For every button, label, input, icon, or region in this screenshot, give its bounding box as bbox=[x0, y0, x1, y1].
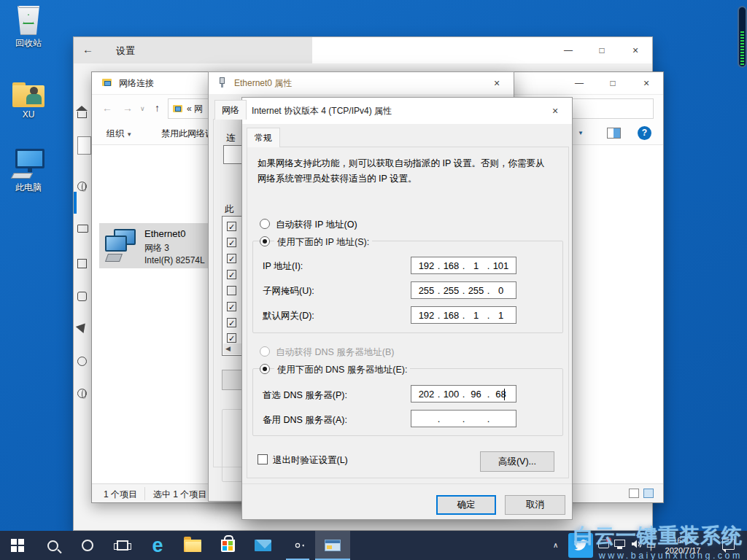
status-selected-count: 选中 1 个项目 bbox=[153, 489, 206, 501]
tcpip-dialog-titlebar: Internet 协议版本 4 (TCP/IPv4) 属性 × bbox=[242, 98, 572, 124]
edge-icon: e bbox=[152, 536, 163, 556]
start-button[interactable] bbox=[0, 531, 35, 560]
nav-vpn-icon[interactable] bbox=[77, 292, 87, 301]
items-list-label-fragment: 此 bbox=[225, 203, 234, 216]
default-gateway-input[interactable]: 192.168.1.1 bbox=[411, 306, 516, 324]
taskbar: e ∧ 中 16:03 202 bbox=[0, 531, 747, 560]
ethernet-dialog-titlebar: Ethernet0 属性 × bbox=[209, 72, 514, 94]
windows-logo-icon bbox=[11, 539, 24, 552]
nav-selected-accent bbox=[74, 192, 77, 214]
taskbar-search-button[interactable] bbox=[35, 531, 70, 560]
nav-dialup-icon[interactable] bbox=[77, 259, 87, 268]
settings-minimize-button[interactable]: — bbox=[551, 37, 585, 63]
desktop-icon-this-pc[interactable]: 此电脑 bbox=[6, 147, 51, 194]
settings-nav-strip bbox=[74, 63, 93, 532]
desktop: 回收站 XU 此电脑 ← 设置 — □ × bbox=[0, 0, 747, 560]
connection-name: Ethernet0 bbox=[144, 228, 185, 239]
nav-up-icon[interactable]: ↑ bbox=[155, 102, 160, 114]
twitter-tray-button[interactable] bbox=[568, 533, 593, 558]
recycle-bin-icon bbox=[16, 6, 41, 35]
control-panel-window-icon bbox=[325, 540, 341, 551]
status-item-count: 1 个项目 bbox=[104, 489, 137, 501]
tab-network[interactable]: 网络 bbox=[214, 100, 247, 120]
mail-icon bbox=[255, 540, 271, 551]
edge-button[interactable]: e bbox=[140, 531, 175, 560]
volume-gauge-indicator bbox=[738, 6, 747, 68]
desktop-icon-label: 回收站 bbox=[6, 37, 51, 50]
file-explorer-button[interactable] bbox=[175, 531, 210, 560]
settings-taskbar-button[interactable] bbox=[280, 531, 315, 560]
nav-forward-icon[interactable]: → bbox=[123, 102, 133, 114]
home-icon[interactable] bbox=[77, 112, 87, 118]
nav-history-caret-icon[interactable]: ∨ bbox=[140, 105, 145, 112]
dialog-description: 如果网络支持此功能，则可以获取自动指派的 IP 设置。否则，你需要从网络系统管理… bbox=[258, 156, 552, 187]
text-caret bbox=[504, 389, 505, 400]
help-button[interactable]: ? bbox=[638, 126, 651, 140]
network-folder-icon bbox=[102, 77, 112, 89]
task-view-icon bbox=[117, 540, 128, 551]
nav-hotspot-icon[interactable] bbox=[77, 357, 87, 366]
organize-menu[interactable]: 组织 ▼ bbox=[107, 128, 132, 140]
radio-manual-dns[interactable] bbox=[260, 364, 270, 374]
back-arrow-icon[interactable]: ← bbox=[82, 43, 98, 55]
ethernet-dialog-close-button[interactable]: × bbox=[480, 72, 514, 94]
tray-message-icon[interactable] bbox=[598, 540, 609, 548]
action-center-icon[interactable] bbox=[722, 539, 735, 550]
tcpip-dialog-close-button[interactable]: × bbox=[538, 98, 572, 124]
nav-airplane-icon[interactable] bbox=[76, 320, 89, 333]
tcpip-dialog-title: Internet 协议版本 4 (TCP/IPv4) 属性 bbox=[252, 105, 392, 117]
network-maximize-button[interactable]: □ bbox=[596, 72, 630, 94]
computer-icon bbox=[11, 147, 46, 179]
preferred-dns-input[interactable]: 202.100.96.68 bbox=[411, 385, 516, 402]
nav-proxy-icon[interactable] bbox=[77, 389, 87, 398]
preview-pane-icon[interactable] bbox=[607, 128, 621, 139]
tray-network-icon[interactable] bbox=[614, 540, 625, 547]
tray-volume-icon[interactable] bbox=[630, 538, 642, 552]
advanced-button[interactable]: 高级(V)... bbox=[480, 451, 554, 472]
settings-maximize-button[interactable]: □ bbox=[585, 37, 619, 63]
mail-button[interactable] bbox=[245, 531, 280, 560]
nav-status-icon[interactable] bbox=[77, 182, 87, 191]
task-view-button[interactable] bbox=[105, 531, 140, 560]
folder-user-icon bbox=[12, 82, 44, 107]
cancel-button[interactable]: 取消 bbox=[505, 495, 565, 515]
settings-titlebar: ← 设置 — □ × bbox=[74, 37, 652, 63]
network-close-button[interactable]: × bbox=[630, 72, 663, 94]
tray-chevron-icon[interactable]: ∧ bbox=[553, 541, 558, 549]
nav-ethernet-icon[interactable] bbox=[77, 225, 88, 233]
ime-indicator[interactable]: 中 bbox=[646, 540, 656, 553]
ethernet-dialog-title: Ethernet0 属性 bbox=[234, 77, 292, 90]
settings-search-box[interactable] bbox=[77, 136, 91, 155]
disable-device-menu[interactable]: 禁用此网络设 bbox=[161, 128, 209, 140]
desktop-icon-recycle-bin[interactable]: 回收站 bbox=[6, 6, 51, 50]
network-window-title: 网络连接 bbox=[119, 77, 154, 90]
desktop-icon-xu-folder[interactable]: XU bbox=[6, 82, 51, 120]
settings-title: 设置 bbox=[116, 44, 135, 58]
nav-back-icon[interactable]: ← bbox=[102, 102, 112, 114]
settings-close-button[interactable]: × bbox=[619, 37, 652, 63]
gear-icon bbox=[290, 537, 306, 553]
address-location-icon bbox=[173, 104, 182, 113]
store-icon bbox=[221, 540, 235, 552]
network-connections-taskbar-button[interactable] bbox=[315, 531, 350, 560]
address-text: « 网 bbox=[187, 103, 203, 115]
notification-dot bbox=[606, 537, 611, 542]
subnet-mask-input[interactable]: 255.255.255.0 bbox=[411, 281, 516, 299]
list-view-toggle-icon[interactable] bbox=[629, 489, 639, 498]
ok-button[interactable]: 确定 bbox=[436, 495, 496, 515]
validate-settings-checkbox[interactable] bbox=[258, 454, 268, 464]
cortana-button[interactable] bbox=[70, 531, 105, 560]
ip-address-input[interactable]: 192.168.1.101 bbox=[411, 257, 516, 274]
view-caret-icon[interactable]: ▼ bbox=[578, 130, 584, 136]
taskbar-clock[interactable]: 16:03 2020/7/17 bbox=[659, 535, 706, 556]
radio-auto-ip[interactable] bbox=[260, 219, 270, 229]
alternate-dns-input[interactable]: ... bbox=[411, 410, 516, 427]
twitter-bird-icon bbox=[573, 539, 588, 552]
store-button[interactable] bbox=[210, 531, 245, 560]
thumbnail-view-toggle-icon[interactable] bbox=[643, 489, 654, 498]
radio-auto-dns bbox=[260, 346, 270, 357]
tab-general[interactable]: 常规 bbox=[247, 128, 280, 147]
connection-device: Intel(R) 82574L bbox=[144, 255, 205, 265]
radio-manual-ip[interactable] bbox=[260, 236, 270, 246]
network-minimize-button[interactable]: — bbox=[562, 72, 596, 94]
